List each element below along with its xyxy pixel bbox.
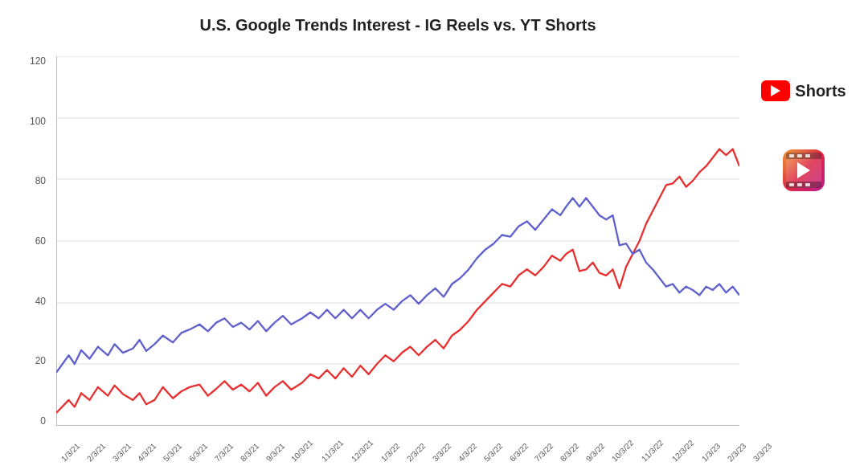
x-label: 3/3/23 <box>751 441 773 463</box>
x-label: 2/3/21 <box>85 441 107 463</box>
film-dot <box>797 183 802 186</box>
x-label: 1/3/22 <box>379 441 401 463</box>
x-label: 1/3/23 <box>700 441 722 463</box>
yt-shorts-icon-group: Shorts <box>761 80 845 101</box>
ig-play-icon <box>797 162 810 178</box>
x-label: 12/3/21 <box>350 438 375 463</box>
x-label: 2/3/23 <box>726 441 747 463</box>
x-label: 2/3/22 <box>405 441 427 463</box>
y-axis: 0 20 40 60 80 100 120 <box>0 56 52 426</box>
x-label: 11/3/22 <box>640 438 665 463</box>
film-dot <box>789 154 794 157</box>
y-label-20: 20 <box>35 356 46 366</box>
yt-shorts-label: Shorts <box>795 82 845 100</box>
chart-title: U.S. Google Trends Interest - IG Reels v… <box>56 16 739 35</box>
x-label: 3/3/21 <box>111 441 133 463</box>
yt-shorts-line <box>56 149 739 413</box>
film-dot <box>805 183 810 186</box>
y-label-80: 80 <box>35 176 46 186</box>
film-strip-bottom <box>786 182 821 188</box>
x-label: 8/3/21 <box>239 441 260 463</box>
youtube-logo-icon <box>761 80 790 101</box>
x-label: 4/3/22 <box>457 441 478 463</box>
y-label-60: 60 <box>35 236 46 246</box>
x-label: 1/3/21 <box>59 441 81 463</box>
x-label: 5/3/22 <box>482 441 504 463</box>
x-label: 3/3/22 <box>431 441 452 463</box>
x-label: 5/3/21 <box>162 441 183 463</box>
x-label: 12/3/22 <box>670 438 695 463</box>
ig-reels-line <box>56 198 739 373</box>
x-axis: 1/3/21 2/3/21 3/3/21 4/3/21 5/3/21 6/3/2… <box>56 457 739 466</box>
chart-container: U.S. Google Trends Interest - IG Reels v… <box>0 0 868 474</box>
x-label: 10/3/21 <box>289 438 314 463</box>
film-dot <box>805 154 810 157</box>
y-label-40: 40 <box>35 296 46 306</box>
legend: Shorts <box>747 80 860 191</box>
x-label: 6/3/22 <box>508 441 530 463</box>
chart-svg <box>56 56 739 426</box>
x-label: 11/3/21 <box>320 438 345 463</box>
x-label: 4/3/21 <box>136 441 158 463</box>
ig-reels-icon <box>783 149 825 191</box>
film-dot <box>797 154 802 157</box>
x-label: 7/3/22 <box>533 441 555 463</box>
legend-item-yt-shorts: Shorts <box>761 80 845 101</box>
y-label-0: 0 <box>40 416 46 426</box>
y-label-100: 100 <box>30 116 46 126</box>
film-dot <box>789 183 794 186</box>
x-label: 10/3/22 <box>610 438 635 463</box>
x-label: 9/3/21 <box>264 441 286 463</box>
x-label: 6/3/21 <box>187 441 209 463</box>
legend-item-ig-reels <box>783 149 825 191</box>
x-label: 7/3/21 <box>213 441 235 463</box>
y-label-120: 120 <box>30 56 46 66</box>
x-label: 8/3/22 <box>559 441 580 463</box>
x-label: 9/3/22 <box>584 441 606 463</box>
film-strip-top <box>786 153 821 159</box>
